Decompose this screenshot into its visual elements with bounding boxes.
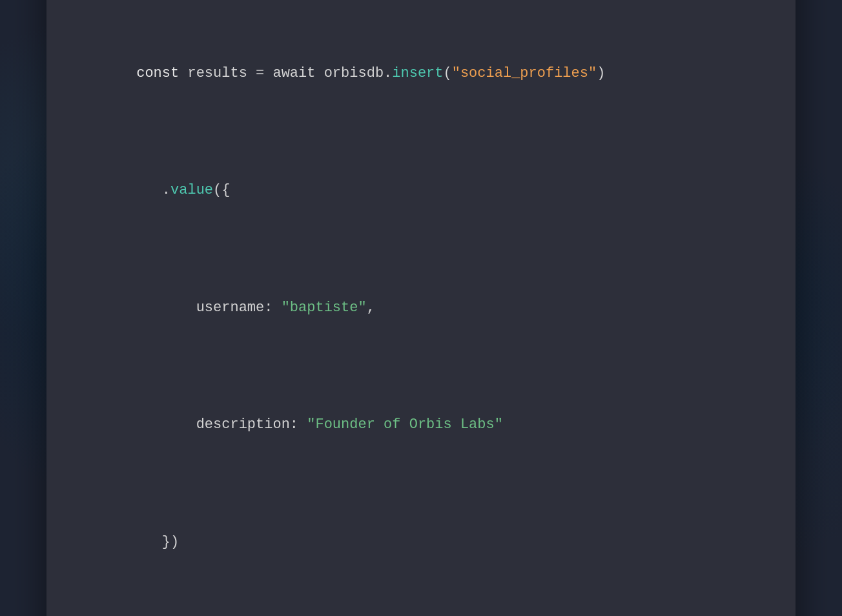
code-line-5: description: "Founder of Orbis Labs"	[85, 390, 757, 460]
brace-open: ({	[213, 182, 230, 198]
string-username: "baptiste"	[282, 300, 367, 316]
comma-1: ,	[367, 300, 375, 316]
string-table: "social_profiles"	[452, 65, 597, 81]
method-value: value	[170, 182, 213, 198]
code-line-2: const results = await orbisdb.insert("so…	[85, 39, 757, 109]
code-block: /** Build insert statement */ const resu…	[85, 0, 757, 616]
string-description: "Founder of Orbis Labs"	[307, 416, 503, 433]
paren-close: )	[597, 65, 605, 81]
code-line-4: username: "baptiste",	[85, 273, 757, 344]
method-insert: insert	[392, 65, 443, 81]
code-line-6: })	[85, 508, 757, 578]
indent-dot-1: .	[136, 182, 170, 198]
keyword-const: const	[136, 65, 179, 81]
code-line-3: .value({	[85, 156, 757, 226]
prop-username: username:	[136, 300, 281, 316]
paren-open: (	[444, 65, 452, 81]
code-card: /** Build insert statement */ const resu…	[46, 0, 796, 616]
brace-close: })	[136, 534, 179, 550]
prop-description: description:	[136, 416, 307, 433]
code-var: results = await orbisdb.	[179, 65, 392, 81]
